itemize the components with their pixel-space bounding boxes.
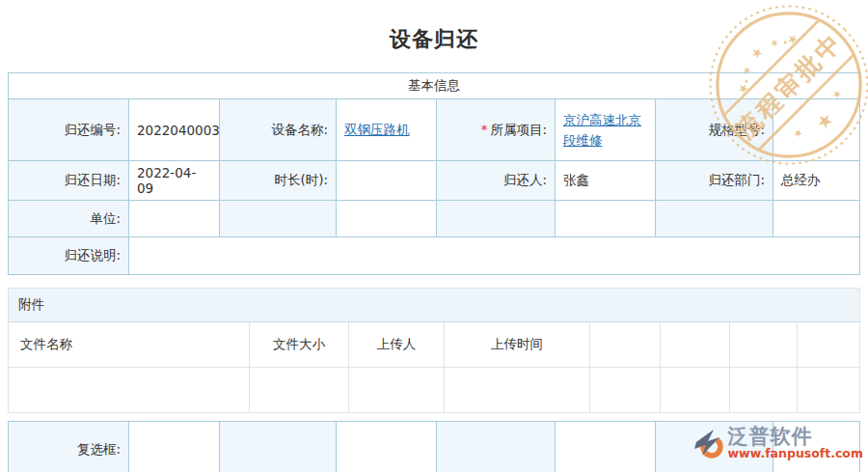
project-label-cell: *所属项目: <box>437 99 556 161</box>
device-name-link[interactable]: 双钢压路机 <box>344 122 410 137</box>
basic-info-section-header: 基本信息 <box>9 73 860 99</box>
empty-label-cell <box>220 201 337 237</box>
attachments-table: 附件 文件名称 文件大小 上传人 上传时间 <box>8 288 860 413</box>
empty-cell <box>661 368 730 413</box>
return-no-label: 归还编号: <box>9 99 129 161</box>
table-row: 单位: <box>9 201 860 237</box>
empty-cell <box>349 368 445 413</box>
empty-value-cell <box>337 201 437 237</box>
spec-model-value <box>773 99 860 161</box>
empty-value-cell <box>129 422 220 472</box>
return-dept-label: 归还部门: <box>656 161 773 201</box>
section-title-attachments: 附件 <box>9 289 860 322</box>
logo-text-block: 泛普软件 www.fanpusoft.com <box>728 426 863 459</box>
attachments-header-row: 文件名称 文件大小 上传人 上传时间 <box>9 322 860 368</box>
empty-value-cell <box>773 201 860 237</box>
empty-value-cell <box>556 201 656 237</box>
table-row: 归还说明: <box>9 237 860 275</box>
spec-model-label: 规格型号: <box>656 99 773 161</box>
col-file-name: 文件名称 <box>9 322 250 368</box>
return-note-label: 归还说明: <box>9 237 129 275</box>
fanpu-logo: 泛普软件 www.fanpusoft.com <box>692 426 863 459</box>
empty-label-cell <box>220 422 337 472</box>
returner-label: 归还人: <box>437 161 556 201</box>
logo-site-url: www.fanpusoft.com <box>728 447 863 459</box>
empty-label-cell <box>437 201 556 237</box>
empty-value-cell <box>556 422 656 472</box>
fanpu-logo-icon <box>692 427 725 459</box>
empty-cell <box>445 368 590 413</box>
col-empty <box>730 322 798 368</box>
project-cell: 京沪高速北京段维修 <box>556 99 656 161</box>
return-date-label: 归还日期: <box>9 161 129 201</box>
duration-label: 时长(时): <box>220 161 337 201</box>
device-name-label: 设备名称: <box>220 99 337 161</box>
empty-cell <box>9 368 250 413</box>
col-empty <box>661 322 730 368</box>
return-dept-value: 总经办 <box>773 161 860 201</box>
return-date-value: 2022-04-09 <box>129 161 220 201</box>
project-label: 所属项目: <box>490 122 547 137</box>
empty-label-cell <box>437 422 556 472</box>
logo-brand-name: 泛普软件 <box>728 426 813 447</box>
empty-label-cell <box>656 201 773 237</box>
table-row: 归还日期: 2022-04-09 时长(时): 归还人: 张鑫 归还部门: 总经… <box>9 161 860 201</box>
returner-value: 张鑫 <box>556 161 656 201</box>
table-row: 归还编号: 2022040003 设备名称: 双钢压路机 *所属项目: 京沪高速… <box>9 99 860 161</box>
project-link[interactable]: 京沪高速北京段维修 <box>563 112 641 148</box>
col-empty <box>798 322 860 368</box>
empty-cell <box>798 368 860 413</box>
device-name-cell: 双钢压路机 <box>337 99 437 161</box>
col-empty <box>590 322 661 368</box>
empty-cell <box>250 368 349 413</box>
attachments-empty-row <box>9 368 860 413</box>
unit-label: 单位: <box>9 201 129 237</box>
attachments-section-header: 附件 <box>9 289 860 322</box>
return-no-value: 2022040003 <box>129 99 220 161</box>
required-marker: * <box>481 122 488 137</box>
col-file-size: 文件大小 <box>250 322 349 368</box>
duration-value <box>337 161 437 201</box>
basic-info-table: 基本信息 归还编号: 2022040003 设备名称: 双钢压路机 *所属项目:… <box>8 72 860 275</box>
col-upload-time: 上传时间 <box>445 322 590 368</box>
section-title-basic-info: 基本信息 <box>9 73 860 99</box>
empty-cell <box>730 368 798 413</box>
empty-value-cell <box>337 422 437 472</box>
checkbox-label: 复选框: <box>9 422 129 472</box>
unit-value <box>129 201 220 237</box>
return-note-value <box>129 237 860 275</box>
col-uploader: 上传人 <box>349 322 445 368</box>
empty-cell <box>590 368 661 413</box>
page-title: 设备归还 <box>0 25 868 54</box>
